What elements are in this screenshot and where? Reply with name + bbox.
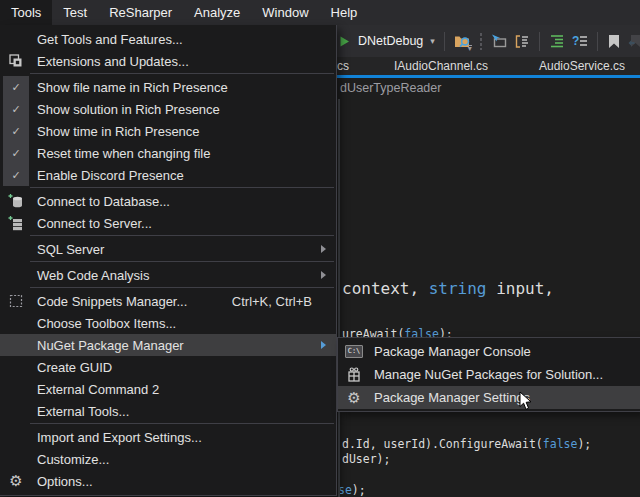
menu-item-connect-to-server[interactable]: Connect to Server... — [0, 212, 336, 234]
submenu-arrow-icon — [321, 341, 326, 349]
configuration-selector[interactable]: DNetDebug▾ — [358, 34, 435, 48]
menu-item-customize[interactable]: Customize... — [0, 448, 336, 470]
configuration-label: DNetDebug — [358, 34, 423, 48]
code-line: context, string input, — [342, 279, 554, 298]
bookmark-icon[interactable] — [607, 34, 621, 49]
menu-item-shortcut: Ctrl+K, Ctrl+B — [232, 294, 312, 309]
menu-item-extensions-and-updates[interactable]: Extensions and Updates... — [0, 50, 336, 72]
submenu-arrow-icon — [321, 271, 326, 279]
menubar-item-analyze[interactable]: Analyze — [183, 0, 251, 25]
menu-icon-slot — [3, 312, 29, 334]
checkmark-icon: ✓ — [3, 76, 29, 98]
toolbar-separator — [597, 32, 598, 51]
menu-item-create-guid[interactable]: Create GUID — [0, 356, 336, 378]
menubar-item-window[interactable]: Window — [251, 0, 319, 25]
vs-window: ToolsTestReSharperAnalyzeWindowHelp DNet… — [0, 0, 640, 497]
checkmark-icon: ✓ — [3, 98, 29, 120]
menu-icon-slot — [3, 448, 29, 470]
submenu-item-manage-nuget-packages-for-solution[interactable]: Manage NuGet Packages for Solution... — [338, 363, 640, 386]
menu-item-choose-toolbox-items[interactable]: Choose Toolbox Items... — [0, 312, 336, 334]
menu-separator — [30, 235, 334, 236]
menu-item-label: External Tools... — [37, 404, 129, 419]
menu-separator — [30, 187, 334, 188]
menubar-item-tools[interactable]: Tools — [0, 0, 52, 25]
menu-item-label: Connect to Server... — [37, 216, 152, 231]
menu-item-sql-server[interactable]: SQL Server — [0, 238, 336, 260]
menu-item-connect-to-database[interactable]: Connect to Database... — [0, 190, 336, 212]
submenu-arrow-icon — [321, 245, 326, 253]
mouse-cursor — [519, 391, 532, 415]
menu-item-label: Options... — [37, 474, 93, 489]
code-line: dUser); — [342, 452, 390, 466]
tools-menu: Get Tools and Features...Extensions and … — [0, 25, 337, 496]
code-line: se); — [338, 483, 366, 497]
menu-icon-slot — [3, 264, 29, 286]
menu-item-label: Import and Export Settings... — [37, 430, 202, 445]
menu-item-label: Extensions and Updates... — [37, 54, 189, 69]
tab-cs[interactable]: cs — [337, 57, 349, 75]
indent-lines-icon[interactable] — [549, 34, 565, 48]
menu-item-external-tools[interactable]: External Tools... — [0, 400, 336, 422]
menu-item-label: Connect to Database... — [37, 194, 170, 209]
menubar-item-help[interactable]: Help — [320, 0, 369, 25]
console-icon: C:\ — [342, 345, 366, 358]
menu-icon-slot — [3, 334, 29, 356]
toolbar-separator — [444, 32, 445, 51]
menu-item-label: Choose Toolbox Items... — [37, 316, 176, 331]
gear-icon: ⚙ — [3, 470, 29, 492]
menu-item-show-solution-in-rich-presence[interactable]: ✓Show solution in Rich Presence — [0, 98, 336, 120]
menu-item-label: NuGet Package Manager — [37, 338, 184, 353]
submenu-item-package-manager-console[interactable]: C:\Package Manager Console — [338, 340, 640, 363]
menubar-item-resharper[interactable]: ReSharper — [98, 0, 183, 25]
navbar-type-dropdown[interactable]: dUserTypeReader — [340, 78, 441, 99]
menu-item-label: Get Tools and Features... — [37, 32, 183, 47]
menu-item-label: Create GUID — [37, 360, 112, 375]
menu-bar: ToolsTestReSharperAnalyzeWindowHelp — [0, 0, 640, 25]
package-icon — [342, 367, 366, 382]
nuget-submenu: C:\Package Manager ConsoleManage NuGet P… — [337, 337, 640, 412]
run-icon[interactable] — [338, 35, 351, 48]
menu-item-label: Code Snippets Manager... — [37, 294, 187, 309]
checkmark-icon: ✓ — [3, 120, 29, 142]
submenu-item-label: Manage NuGet Packages for Solution... — [374, 367, 603, 382]
gear-icon: ⚙ — [342, 391, 366, 405]
menu-item-get-tools-and-features[interactable]: Get Tools and Features... — [0, 28, 336, 50]
menu-item-options[interactable]: ⚙Options... — [0, 470, 336, 492]
menu-item-nuget-package-manager[interactable]: NuGet Package Manager — [0, 334, 336, 356]
menu-item-label: Show time in Rich Presence — [37, 124, 200, 139]
tab-iaudiochannel-cs[interactable]: IAudioChannel.cs — [394, 57, 488, 75]
help-lines-icon[interactable]: ? — [572, 34, 588, 48]
menu-icon-slot — [3, 426, 29, 448]
dropdown-mini-caret-icon[interactable]: ▾ — [468, 45, 472, 52]
menu-item-label: Customize... — [37, 452, 109, 467]
toolbar-row: DNetDebug▾▾? — [338, 25, 640, 57]
menu-item-show-time-in-rich-presence[interactable]: ✓Show time in Rich Presence — [0, 120, 336, 142]
navigate-cursor-icon[interactable] — [490, 34, 507, 48]
menu-item-label: Enable Discord Presence — [37, 168, 184, 183]
clone-caret-icon[interactable] — [514, 34, 530, 49]
menubar-item-test[interactable]: Test — [52, 0, 98, 25]
menu-item-import-and-export-settings[interactable]: Import and Export Settings... — [0, 426, 336, 448]
toolbar-grip-handle[interactable] — [479, 32, 483, 50]
menu-item-code-snippets-manager[interactable]: Code Snippets Manager...Ctrl+K, Ctrl+B — [0, 290, 336, 312]
menu-separator — [30, 287, 334, 288]
code-line: d.Id, userId).ConfigureAwait(false); — [342, 437, 591, 451]
menu-icon-slot — [3, 378, 29, 400]
menu-item-reset-time-when-changing-file[interactable]: ✓Reset time when changing file — [0, 142, 336, 164]
extensions-icon — [3, 50, 29, 72]
menu-item-show-file-name-in-rich-presence[interactable]: ✓Show file name in Rich Presence — [0, 76, 336, 98]
editor-margin-line — [338, 99, 340, 497]
menu-item-web-code-analysis[interactable]: Web Code Analysis — [0, 264, 336, 286]
menu-item-label: Show file name in Rich Presence — [37, 80, 228, 95]
find-in-files-icon[interactable]: ▾ — [454, 34, 472, 49]
menu-icon-slot — [3, 356, 29, 378]
menu-icon-slot — [3, 400, 29, 422]
toolbar-separator — [539, 32, 540, 51]
checkmark-icon: ✓ — [3, 164, 29, 186]
tab-audioservice-cs[interactable]: AudioService.cs — [539, 57, 625, 75]
checkmark-icon: ✓ — [3, 142, 29, 164]
menu-item-enable-discord-presence[interactable]: ✓Enable Discord Presence — [0, 164, 336, 186]
menu-item-external-command-2[interactable]: External Command 2 — [0, 378, 336, 400]
menu-icon-slot — [3, 28, 29, 50]
submenu-item-package-manager-settings[interactable]: ⚙Package Manager Settings — [338, 386, 640, 409]
